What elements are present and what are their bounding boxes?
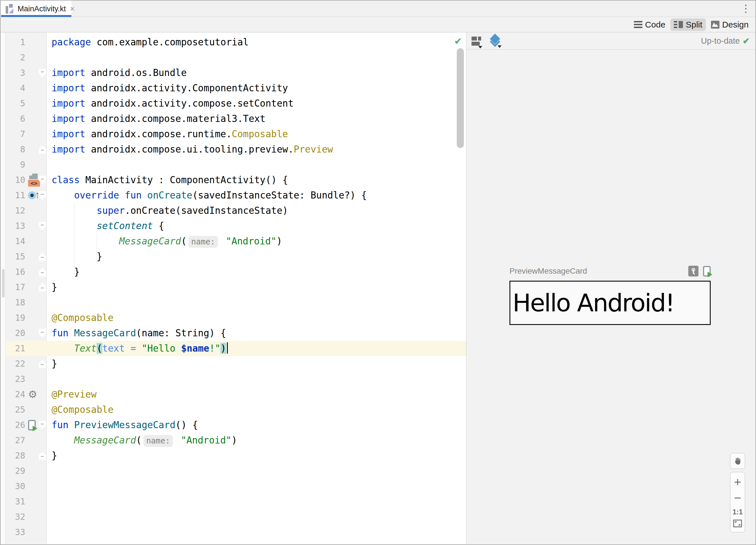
run-preview-gutter-icon[interactable]	[28, 420, 36, 431]
code-text[interactable]: fun MessageCard(name: String) {	[47, 326, 466, 341]
fold-end-icon[interactable]	[39, 268, 46, 276]
code-text[interactable]: import androidx.compose.runtime.Composab…	[47, 126, 466, 142]
layers-icon[interactable]	[489, 35, 502, 48]
actual-size-button[interactable]: 1:1	[732, 508, 743, 516]
code-text[interactable]: package com.example.composetutorial	[47, 35, 466, 50]
close-icon[interactable]: ×	[70, 5, 75, 13]
line-number[interactable]: 6	[5, 111, 25, 126]
line-number[interactable]: 8	[5, 142, 25, 157]
code-text[interactable]: }	[47, 356, 466, 372]
line-number[interactable]: 17	[5, 280, 25, 295]
code-text[interactable]: setContent {	[47, 218, 466, 234]
code-text[interactable]: import android.os.Bundle	[47, 65, 466, 80]
code-text[interactable]: }	[47, 264, 466, 280]
line-number[interactable]: 24	[5, 387, 25, 402]
line-number[interactable]: 18	[5, 295, 25, 310]
code-text[interactable]: }	[47, 249, 466, 264]
line-number[interactable]: 27	[5, 433, 25, 448]
fit-to-screen-button[interactable]	[733, 519, 742, 529]
fold-end-icon[interactable]	[39, 252, 46, 261]
tab-options-kebab-icon[interactable]: ⋮	[738, 2, 753, 15]
line-number[interactable]: 14	[5, 234, 25, 249]
line-number[interactable]: 13	[5, 218, 25, 234]
code-text[interactable]: import androidx.compose.material3.Text	[47, 111, 466, 126]
zoom-in-button[interactable]: +	[734, 476, 741, 488]
fold-collapse-icon[interactable]	[39, 222, 46, 230]
code-text[interactable]: override fun onCreate(savedInstanceState…	[47, 188, 466, 203]
line-number[interactable]: 4	[5, 80, 25, 96]
code-text[interactable]: import androidx.activity.compose.setCont…	[47, 96, 466, 111]
line-number[interactable]: 32	[5, 509, 25, 525]
line-number[interactable]: 2	[5, 50, 25, 65]
tool-window-handle[interactable]	[2, 269, 5, 298]
code-text[interactable]: import androidx.activity.ComponentActivi…	[47, 80, 466, 96]
line-number[interactable]: 20	[5, 326, 25, 341]
code-text[interactable]: @Composable	[47, 402, 466, 417]
line-number[interactable]: 26	[5, 417, 25, 433]
line-number[interactable]: 16	[5, 264, 25, 280]
code-text[interactable]: Text(text = "Hello $name!")	[47, 341, 466, 356]
line-number[interactable]: 31	[5, 494, 25, 509]
fold-collapse-icon[interactable]	[39, 69, 46, 77]
code-editor[interactable]: 1package com.example.composetutorial23im…	[5, 33, 466, 544]
code-text[interactable]: }	[47, 448, 466, 463]
line-number[interactable]: 5	[5, 96, 25, 111]
code-text[interactable]	[47, 540, 466, 544]
gear-icon[interactable]: ⚙	[28, 389, 37, 400]
fold-end-icon[interactable]	[39, 283, 46, 292]
line-number[interactable]: 23	[5, 372, 25, 387]
view-mode-split[interactable]: Split	[670, 18, 706, 31]
interactive-mode-icon[interactable]	[688, 266, 698, 277]
line-number[interactable]: 1	[5, 35, 25, 50]
line-number[interactable]: 19	[5, 310, 25, 326]
line-number[interactable]: 30	[5, 479, 25, 494]
code-text[interactable]	[47, 525, 466, 540]
code-text[interactable]	[47, 295, 466, 310]
code-text[interactable]: import androidx.compose.ui.tooling.previ…	[47, 142, 466, 157]
fold-collapse-icon[interactable]	[39, 329, 46, 338]
code-text[interactable]	[47, 509, 466, 525]
code-text[interactable]	[47, 50, 466, 65]
code-text[interactable]: @Preview	[47, 387, 466, 402]
line-number[interactable]: 22	[5, 356, 25, 372]
code-text[interactable]: @Composable	[47, 310, 466, 326]
line-number[interactable]: 28	[5, 448, 25, 463]
code-text[interactable]: }	[47, 280, 466, 295]
line-number[interactable]: 9	[5, 157, 25, 172]
line-number[interactable]: 21	[5, 341, 25, 356]
line-number[interactable]: 10	[5, 172, 25, 188]
line-number[interactable]: 12	[5, 203, 25, 218]
fold-end-icon[interactable]	[39, 451, 46, 460]
code-text[interactable]: fun PreviewMessageCard() {	[47, 417, 466, 433]
fold-end-icon[interactable]	[39, 145, 46, 154]
editor-scrollbar[interactable]	[457, 48, 464, 148]
code-text[interactable]	[47, 372, 466, 387]
fold-collapse-icon[interactable]	[39, 421, 46, 429]
code-text[interactable]: super.onCreate(savedInstanceState)	[47, 203, 466, 218]
pan-button[interactable]	[730, 453, 745, 469]
line-number[interactable]: 7	[5, 126, 25, 142]
line-number[interactable]: 3	[5, 65, 25, 80]
view-options-icon[interactable]	[472, 35, 483, 47]
code-text[interactable]: class MainActivity : ComponentActivity()…	[47, 172, 466, 188]
line-number[interactable]: 29	[5, 463, 25, 479]
line-number[interactable]: 34	[5, 540, 25, 544]
line-number[interactable]: 15	[5, 249, 25, 264]
fold-end-icon[interactable]	[39, 360, 46, 368]
line-number[interactable]: 33	[5, 525, 25, 540]
code-text[interactable]: MessageCard(name: "Android")	[47, 433, 466, 448]
tab-mainactivity[interactable]: MainActivity.kt ×	[1, 1, 71, 17]
zoom-out-button[interactable]: −	[734, 492, 741, 504]
view-mode-design[interactable]: Design	[708, 18, 752, 31]
run-preview-icon[interactable]	[703, 266, 711, 277]
related-xml-icon[interactable]: <>	[28, 173, 40, 186]
code-text[interactable]	[47, 479, 466, 494]
code-text[interactable]	[47, 157, 466, 172]
code-text[interactable]	[47, 494, 466, 509]
code-text[interactable]	[47, 463, 466, 479]
preview-rendered-card[interactable]: Hello Android!	[509, 281, 711, 325]
code-text[interactable]: MessageCard(name: "Android")	[47, 234, 466, 249]
view-mode-code[interactable]: Code	[630, 18, 669, 31]
line-number[interactable]: 11	[5, 188, 25, 203]
line-number[interactable]: 25	[5, 402, 25, 417]
